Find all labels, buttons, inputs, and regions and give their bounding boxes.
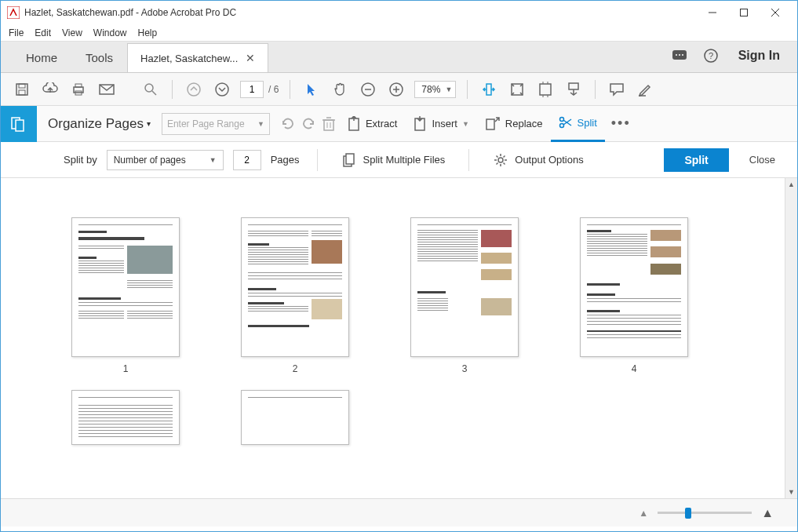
page-number-control: / 6	[240, 81, 279, 98]
delete-icon[interactable]	[319, 114, 339, 134]
window-title: Hazlet, Saskatchewan.pdf - Adobe Acrobat…	[24, 7, 697, 18]
page-thumbnail[interactable]: 3	[410, 217, 519, 374]
replace-button[interactable]: Replace	[477, 106, 551, 142]
scissors-icon	[559, 115, 573, 129]
zoom-value: 78%	[421, 84, 440, 95]
svg-rect-49	[346, 154, 354, 164]
page-thumbnail[interactable]	[241, 390, 349, 445]
svg-point-8	[682, 54, 683, 56]
organize-pages-toolbar: Organize Pages ▾ Enter Page Range ▼ Extr…	[1, 106, 797, 142]
print-icon[interactable]	[68, 79, 89, 100]
svg-rect-34	[324, 120, 333, 130]
thumbnail-label: 3	[462, 363, 468, 374]
extract-icon	[347, 116, 361, 132]
tab-document[interactable]: Hazlet, Saskatchew... ✕	[127, 43, 268, 72]
menu-view[interactable]: View	[62, 27, 82, 38]
menu-window[interactable]: Window	[93, 27, 127, 38]
page-thumbnail[interactable]: 2	[241, 217, 349, 374]
menu-file[interactable]: File	[9, 27, 24, 38]
tab-home[interactable]: Home	[12, 43, 71, 72]
output-options-button[interactable]: Output Options	[486, 152, 589, 168]
menu-help[interactable]: Help	[138, 27, 158, 38]
replace-icon	[485, 116, 501, 132]
insert-button[interactable]: Insert ▼	[405, 106, 476, 142]
page-thumbnail-workspace: 1	[1, 178, 797, 498]
page-thumbnail[interactable]: 1	[71, 217, 180, 374]
svg-rect-13	[19, 90, 25, 95]
menu-edit[interactable]: Edit	[35, 27, 51, 38]
caret-down-icon: ▼	[445, 86, 452, 93]
thumbnail-area[interactable]: 1	[1, 178, 785, 498]
close-panel-button[interactable]	[769, 114, 797, 134]
split-method-select[interactable]: Number of pages ▼	[107, 150, 224, 170]
comment-icon[interactable]	[607, 79, 627, 100]
window-close-button[interactable]	[760, 2, 791, 24]
svg-text:?: ?	[709, 51, 713, 60]
scroll-up-arrow[interactable]: ▲	[785, 178, 797, 191]
more-options-icon[interactable]: •••	[605, 115, 637, 132]
fit-width-icon[interactable]	[479, 79, 499, 100]
split-button[interactable]: Split	[551, 106, 605, 142]
svg-rect-27	[486, 84, 491, 95]
caret-down-icon: ▼	[210, 156, 217, 164]
select-tool-icon[interactable]	[301, 79, 322, 100]
page-range-input[interactable]: Enter Page Range ▼	[162, 113, 270, 135]
zoom-out-thumb-icon[interactable]: ▲	[639, 508, 648, 519]
zoom-in-thumb-icon[interactable]: ▲	[761, 506, 774, 520]
organize-pages-tool-icon[interactable]	[1, 106, 37, 142]
tab-close-icon[interactable]: ✕	[246, 52, 255, 64]
svg-point-20	[188, 83, 200, 96]
scroll-down-arrow[interactable]: ▼	[785, 486, 797, 498]
svg-point-50	[498, 158, 503, 162]
save-icon[interactable]	[12, 79, 32, 100]
tab-tools[interactable]: Tools	[71, 43, 127, 72]
window-minimize-button[interactable]	[697, 2, 728, 24]
window-titlebar: Hazlet, Saskatchewan.pdf - Adobe Acrobat…	[1, 1, 797, 24]
organize-pages-title[interactable]: Organize Pages ▾	[37, 116, 162, 132]
svg-point-42	[559, 118, 563, 122]
svg-rect-41	[486, 119, 494, 129]
acrobat-app-icon	[7, 6, 20, 19]
vertical-scrollbar[interactable]: ▲ ▼	[785, 178, 797, 498]
window-maximize-button[interactable]	[728, 2, 760, 24]
zoom-slider-thumb[interactable]	[685, 508, 691, 519]
hand-tool-icon[interactable]	[330, 79, 350, 100]
highlight-icon[interactable]	[635, 79, 655, 100]
caret-down-icon: ▾	[147, 119, 151, 128]
fit-page-icon[interactable]	[507, 79, 527, 100]
page-thumbnail[interactable]	[71, 390, 180, 445]
sign-in-button[interactable]: Sign In	[732, 49, 786, 63]
split-action-button[interactable]: Split	[664, 148, 728, 172]
tab-bar: Home Tools Hazlet, Saskatchew... ✕ ? Sig…	[1, 42, 797, 73]
notification-icon[interactable]	[669, 46, 690, 66]
thumbnail-label: 4	[632, 363, 637, 374]
email-icon[interactable]	[97, 79, 117, 100]
extract-button[interactable]: Extract	[339, 106, 405, 142]
split-multiple-files-button[interactable]: Split Multiple Files	[335, 152, 452, 168]
rotate-cw-icon[interactable]	[298, 114, 319, 134]
zoom-in-icon[interactable]	[386, 79, 406, 100]
page-number-input[interactable]	[240, 81, 264, 98]
caret-down-icon: ▼	[257, 120, 264, 128]
page-thumbnail[interactable]: 4	[580, 217, 688, 374]
zoom-out-icon[interactable]	[358, 79, 378, 100]
page-total-label: / 6	[268, 84, 279, 95]
pages-label: Pages	[271, 154, 300, 166]
svg-rect-33	[16, 120, 24, 131]
zoom-select[interactable]: 78% ▼	[414, 81, 456, 98]
tab-document-label: Hazlet, Saskatchew...	[140, 53, 238, 64]
rotate-ccw-icon[interactable]	[278, 114, 298, 134]
svg-line-44	[563, 120, 571, 126]
search-icon[interactable]	[140, 79, 161, 100]
cloud-upload-icon[interactable]	[40, 79, 60, 100]
fullscreen-icon[interactable]	[535, 79, 556, 100]
page-down-icon[interactable]	[212, 79, 232, 100]
svg-point-43	[559, 124, 563, 128]
split-pages-input[interactable]	[233, 150, 261, 170]
zoom-slider[interactable]	[658, 512, 752, 514]
page-up-icon[interactable]	[184, 79, 204, 100]
help-icon[interactable]: ?	[701, 46, 721, 66]
split-close-button[interactable]: Close	[738, 154, 786, 166]
svg-rect-11	[16, 84, 27, 95]
read-mode-icon[interactable]	[563, 79, 584, 100]
